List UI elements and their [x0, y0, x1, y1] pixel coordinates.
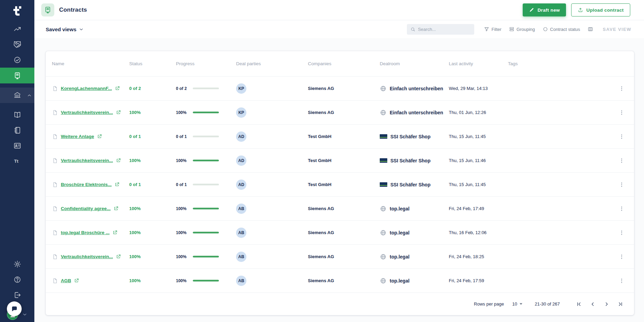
table-footer: Rows per page 10 21-30 of 267	[46, 292, 634, 315]
deal-party-avatar[interactable]: AD	[236, 180, 246, 190]
document-icon	[52, 134, 58, 140]
contract-name-link[interactable]: AGB	[61, 278, 71, 283]
previous-page-button[interactable]	[588, 299, 598, 309]
column-header-tags[interactable]: Tags	[508, 61, 613, 66]
rows-per-page-select[interactable]: 10	[512, 301, 522, 307]
external-link-icon[interactable]	[97, 134, 102, 139]
external-link-icon[interactable]	[114, 182, 120, 187]
sidebar-item-playbook[interactable]	[0, 123, 34, 138]
contract-name-link[interactable]: Broschüre Elektronis...	[61, 182, 112, 187]
external-link-icon[interactable]	[116, 110, 121, 115]
first-page-button[interactable]	[574, 299, 584, 309]
contract-name-link[interactable]: Weitere Anlage	[61, 134, 94, 139]
last-page-button[interactable]	[615, 299, 625, 309]
row-menu-button[interactable]	[617, 204, 627, 214]
table-row: Broschüre Elektronis...0 of 10 of 1ADTes…	[46, 172, 634, 196]
grouping-label: Grouping	[517, 27, 535, 32]
contract-name-link[interactable]: Confidentiality agree...	[61, 206, 111, 211]
contract-status-button[interactable]: Contract status	[543, 26, 580, 32]
sidebar-item-help[interactable]	[0, 272, 34, 287]
next-page-button[interactable]	[602, 299, 611, 309]
contract-name-link[interactable]: top.legal Broschüre ...	[61, 230, 110, 235]
sidebar-item-text-styles[interactable]: Tt	[0, 153, 34, 169]
row-menu-button[interactable]	[617, 276, 627, 286]
contract-name-link[interactable]: Vertraulichkeitsverein...	[61, 158, 113, 163]
contract-status-label: Contract status	[550, 27, 580, 32]
sidebar-item-logout[interactable]	[0, 287, 34, 303]
sidebar-item-library[interactable]	[0, 107, 34, 123]
last-activity: Thu, 15 Jun, 11:46	[449, 158, 508, 163]
chat-launcher-button[interactable]	[7, 301, 22, 316]
filter-button[interactable]: Filter	[484, 26, 501, 32]
deal-party-avatar[interactable]: KP	[236, 83, 246, 94]
external-link-icon[interactable]	[113, 206, 119, 211]
globe-icon	[380, 229, 387, 236]
sidebar-item-analytics[interactable]	[0, 21, 34, 37]
progress-label: 100%	[176, 206, 189, 211]
deal-party-avatar[interactable]: AB	[236, 228, 246, 238]
top-header: Contracts Draft new Upload contract	[34, 0, 644, 20]
search-box[interactable]	[407, 24, 474, 35]
deal-party-avatar[interactable]: AB	[236, 204, 246, 214]
company-name: Siemens AG	[308, 110, 380, 115]
contract-name-link[interactable]: KorengLachenmannF...	[61, 86, 112, 91]
sidebar-item-settings[interactable]	[0, 256, 34, 272]
external-link-icon[interactable]	[74, 278, 79, 283]
status-circle-icon	[543, 26, 548, 32]
external-link-icon[interactable]	[112, 230, 118, 235]
draft-new-button[interactable]: Draft new	[523, 3, 566, 16]
deal-party-avatar[interactable]: AD	[236, 131, 246, 142]
handshake-icon	[13, 41, 21, 48]
sidebar: Tt	[0, 0, 34, 322]
row-menu-button[interactable]	[617, 252, 627, 262]
deal-party-avatar[interactable]: AD	[236, 156, 246, 166]
row-menu-button[interactable]	[617, 228, 627, 238]
dealroom-name: SSI Schäfer Shop	[390, 182, 431, 187]
document-icon	[52, 230, 58, 236]
external-link-icon[interactable]	[116, 158, 121, 163]
columns-button[interactable]	[588, 26, 593, 32]
column-header-last-activity[interactable]: Last activity	[449, 61, 508, 66]
column-header-status[interactable]: Status	[129, 61, 176, 66]
dealroom-logo	[380, 182, 387, 187]
saved-views-dropdown[interactable]: Saved views	[46, 26, 84, 32]
contract-name-link[interactable]: Vertraulichkeitsverein...	[61, 254, 113, 259]
chevron-up-icon[interactable]	[27, 93, 32, 98]
column-header-deal-parties[interactable]: Deal parties	[236, 61, 308, 66]
table-row: Weitere Anlage0 of 10 of 1ADTest GmbHSSI…	[46, 124, 634, 148]
external-link-icon[interactable]	[116, 254, 121, 259]
grouping-button[interactable]: Grouping	[509, 26, 535, 32]
column-header-name[interactable]: Name	[52, 61, 129, 66]
app-logo[interactable]	[0, 0, 34, 21]
sidebar-item-deals[interactable]	[0, 37, 34, 52]
column-header-progress[interactable]: Progress	[176, 61, 236, 66]
row-menu-button[interactable]	[617, 156, 627, 166]
external-link-icon[interactable]	[115, 86, 120, 91]
search-input[interactable]	[418, 27, 469, 32]
progress-bar	[193, 184, 219, 185]
row-menu-button[interactable]	[617, 107, 627, 118]
sidebar-item-approvals[interactable]	[0, 52, 34, 68]
row-menu-button[interactable]	[617, 180, 627, 190]
save-view-button[interactable]: SAVE VIEW	[603, 27, 631, 32]
sidebar-item-contacts[interactable]	[0, 138, 34, 153]
contracts-icon	[13, 72, 21, 80]
chevron-down-icon[interactable]	[22, 312, 27, 317]
deal-party-avatar[interactable]: AB	[236, 276, 246, 286]
status-text: 0 of 1	[129, 134, 176, 139]
deal-party-avatar[interactable]: AB	[236, 252, 246, 262]
column-header-companies[interactable]: Companies	[308, 61, 380, 66]
column-header-dealroom[interactable]: Dealroom	[380, 61, 449, 66]
contract-name-link[interactable]: Vertraulichkeitsverein...	[61, 110, 113, 115]
sidebar-item-organization[interactable]	[0, 88, 34, 103]
title-group: Contracts	[41, 3, 87, 16]
logout-icon	[13, 291, 21, 299]
sidebar-item-contracts[interactable]	[0, 68, 34, 83]
progress-bar	[193, 280, 219, 281]
globe-icon	[380, 253, 387, 260]
row-menu-button[interactable]	[617, 83, 627, 94]
upload-contract-button[interactable]: Upload contract	[571, 3, 630, 16]
status-text: 100%	[129, 278, 176, 283]
deal-party-avatar[interactable]: KP	[236, 107, 246, 118]
row-menu-button[interactable]	[617, 131, 627, 142]
